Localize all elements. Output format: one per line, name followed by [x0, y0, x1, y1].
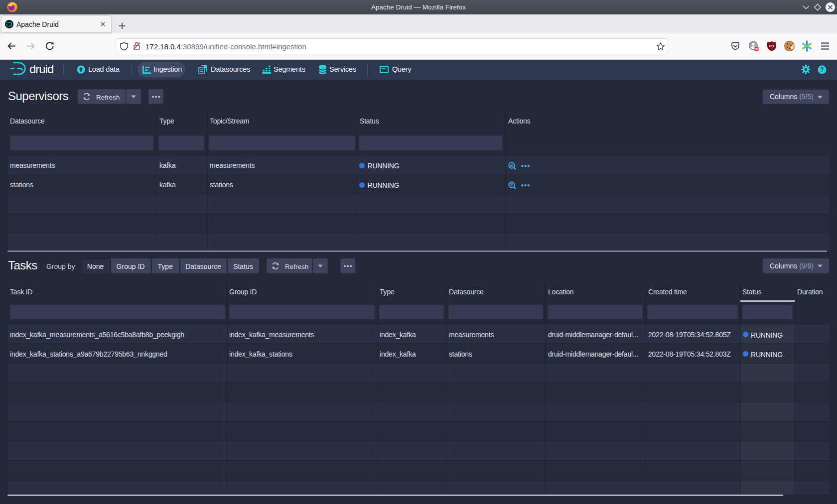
svg-text:?: ? — [820, 66, 824, 73]
svg-text:uO: uO — [769, 44, 775, 48]
